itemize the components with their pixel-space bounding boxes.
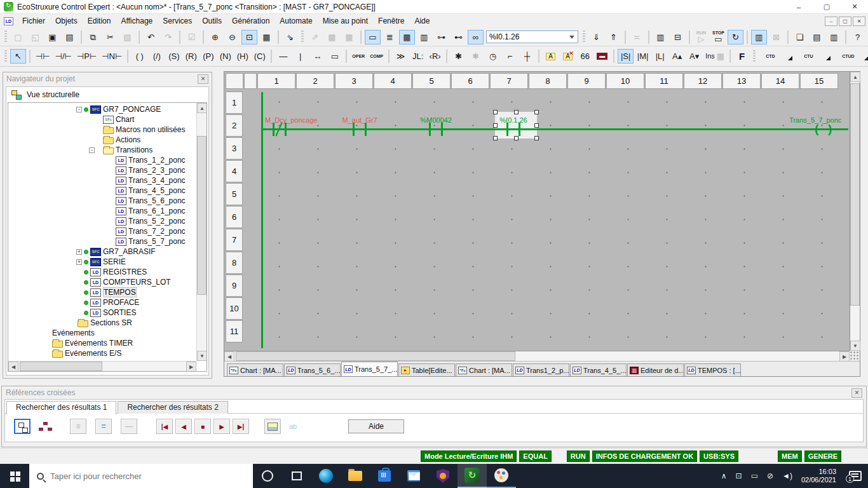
restore-button[interactable]: ▢ [817, 1, 836, 13]
detect-backward-icon[interactable]: ⊷ [451, 30, 466, 44]
scroll-thumb[interactable] [850, 83, 860, 306]
column-header-cell[interactable]: 15 [800, 73, 838, 89]
scroll-left-icon[interactable]: ◀ [8, 362, 18, 372]
vertical-link-icon[interactable]: ┼ [519, 49, 535, 64]
zoom-window-icon[interactable]: ⊡ [241, 30, 257, 44]
toolbar-grip[interactable] [583, 30, 585, 43]
column-header-cell[interactable]: 5 [412, 73, 451, 89]
separator[interactable] [278, 30, 279, 44]
xref-ab-icon[interactable]: ab [285, 419, 301, 434]
tree-item[interactable]: Trans_5_6_ponc [9, 196, 196, 206]
ctu-button[interactable]: CTU [797, 49, 834, 64]
separator[interactable] [845, 30, 846, 44]
tree-item[interactable]: Trans_1_2_ponc [9, 155, 196, 165]
column-header-cell[interactable]: 6 [451, 73, 489, 89]
editor-tab[interactable]: TEMPOS : [... [684, 363, 741, 376]
tree-item[interactable]: + SERIE [9, 257, 196, 267]
xref-type-view-icon[interactable] [37, 419, 53, 434]
return-icon[interactable]: ‹R› [427, 49, 443, 64]
undo-icon[interactable]: ↶ [143, 30, 159, 44]
xref-tree-view-icon[interactable] [14, 419, 31, 434]
xref-dash-icon[interactable]: — [121, 419, 137, 434]
separator[interactable] [729, 50, 731, 63]
menu-item[interactable]: Objets [50, 15, 83, 27]
tree-item[interactable]: SORTIES [9, 308, 196, 318]
help-button[interactable]: Aide [348, 419, 404, 433]
next-result-button[interactable]: ▶ [214, 419, 230, 434]
select-tool-icon[interactable]: ↖ [10, 49, 26, 64]
xref-window-image-icon[interactable] [264, 419, 281, 434]
tree-item[interactable]: Trans_4_5_ponc [9, 186, 196, 196]
column-header-cell[interactable]: 3 [335, 73, 373, 89]
toolbar-grip[interactable] [753, 50, 756, 63]
mixed-mode-icon[interactable]: |M| [635, 49, 651, 64]
redo-icon[interactable]: ↷ [160, 30, 176, 44]
child-close-button[interactable]: ✕ [853, 17, 865, 26]
tree-item[interactable]: Evénements TIMER [9, 338, 196, 348]
coil-c-icon[interactable]: (C) [252, 49, 268, 64]
menu-item[interactable]: Outils [197, 15, 227, 27]
separator[interactable] [179, 30, 180, 44]
tray-chevron-up-icon[interactable]: ∧ [721, 471, 727, 480]
coil-reset-icon[interactable]: (R) [183, 49, 199, 64]
detect-forward-icon[interactable]: ⊶ [433, 30, 449, 44]
previous-result-button[interactable]: ◀ [175, 419, 192, 434]
search-input[interactable] [50, 471, 253, 481]
pc-screen-icon[interactable]: ⊟ [670, 30, 686, 44]
contact-n-icon[interactable]: ⊣N⊢ [100, 49, 124, 64]
zoom-out-icon[interactable]: ⊖ [224, 30, 240, 44]
resize-grip[interactable] [850, 351, 860, 361]
jump-label-icon[interactable]: JL: [410, 49, 426, 64]
separator[interactable] [538, 50, 539, 63]
stop-icon[interactable]: STOP▭ [710, 30, 726, 44]
xref-expand-icon[interactable]: ≡ [70, 419, 86, 434]
separator[interactable] [360, 30, 362, 44]
minimize-button[interactable]: – [789, 1, 808, 13]
tree-item[interactable]: COMPTEURS_LOT [9, 277, 196, 287]
tree-vertical-scrollbar[interactable]: ▲ ▼ [196, 103, 207, 361]
row-header-cell[interactable]: 7 [226, 229, 243, 251]
wizard-icon[interactable]: ✱ [451, 49, 466, 64]
menu-item[interactable]: Fenêtre [373, 15, 409, 27]
horizontal-line-icon[interactable]: — [275, 49, 291, 64]
coil-h-icon[interactable]: (H) [234, 49, 250, 64]
first-result-button[interactable]: |◀ [156, 419, 173, 434]
tree-item[interactable]: Trans_3_4_ponc [9, 175, 196, 186]
row-header-cell[interactable]: 3 [226, 137, 243, 159]
plc-screen-icon[interactable]: ⊠ [768, 30, 784, 44]
zoom-in-icon[interactable]: ⊕ [207, 30, 223, 44]
expand-toggle-icon[interactable]: - [89, 147, 95, 153]
menu-item[interactable]: Services [158, 15, 197, 27]
scroll-down-icon[interactable]: ▼ [197, 351, 207, 361]
row-header-cell[interactable]: 11 [226, 320, 243, 342]
tree-item[interactable]: Trans_2_3_ponc [9, 165, 196, 175]
separator[interactable] [787, 30, 789, 44]
xref-tab[interactable]: Rechercher des résultats 2 [118, 401, 227, 414]
print-icon[interactable]: ▤ [62, 30, 78, 44]
ladder-canvas[interactable]: M_Dcy_poncage M_aut_Gr7 %M00042 %I0.1.26… [243, 91, 850, 349]
edge-app-icon[interactable] [311, 464, 341, 488]
start-button[interactable] [0, 464, 29, 488]
close-button[interactable]: ✕ [845, 1, 864, 13]
columns-icon[interactable]: ▥ [653, 30, 668, 44]
grid-import-icon[interactable]: ▦ [324, 30, 340, 44]
chevron-down-icon[interactable] [569, 36, 574, 39]
tray-network-icon[interactable]: ⊘ [767, 471, 773, 480]
run-icon[interactable]: RUN▷ [693, 30, 709, 44]
tray-tablet-icon[interactable]: ⊡ [736, 471, 742, 480]
compare-icon[interactable]: ≍ [629, 30, 645, 44]
separator[interactable] [81, 30, 82, 44]
file-explorer-app-icon[interactable] [341, 464, 370, 488]
separator[interactable] [648, 30, 649, 44]
tile-vertical-icon[interactable]: ▥ [826, 30, 842, 44]
scroll-down-icon[interactable]: ▼ [850, 341, 860, 351]
contact-nc-icon[interactable]: ⊣/⊢ [53, 49, 74, 64]
box-icon[interactable]: ▭ [327, 49, 342, 64]
paste-icon[interactable]: ▧ [119, 30, 135, 44]
copy-icon[interactable]: ⧉ [85, 30, 101, 44]
scroll-left-icon[interactable]: ◀ [224, 351, 234, 362]
editor-tab[interactable]: Table[Edite... [398, 363, 455, 376]
row-header-cell[interactable]: 4 [226, 160, 243, 182]
tree-item[interactable]: - Transitions [9, 145, 196, 155]
column-header-cell[interactable]: 10 [606, 73, 644, 89]
